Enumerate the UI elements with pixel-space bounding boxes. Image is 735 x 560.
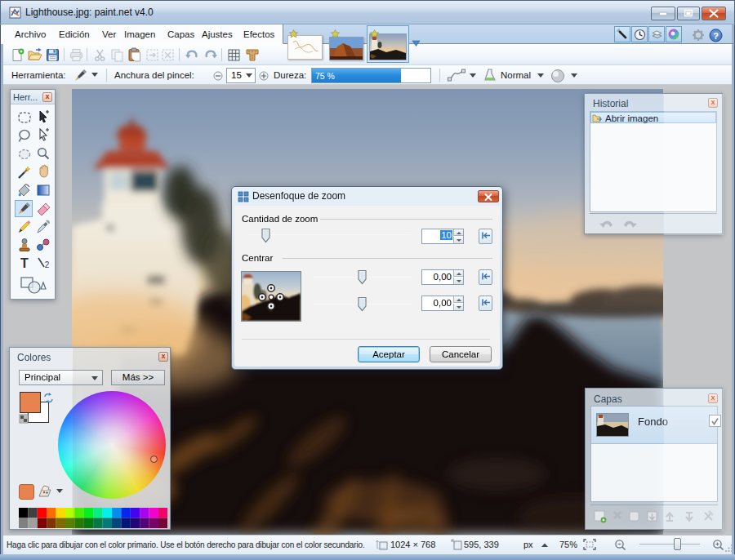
svg-text:2: 2: [45, 260, 50, 269]
svg-text:?: ?: [713, 31, 719, 41]
svg-text:T: T: [20, 256, 29, 270]
